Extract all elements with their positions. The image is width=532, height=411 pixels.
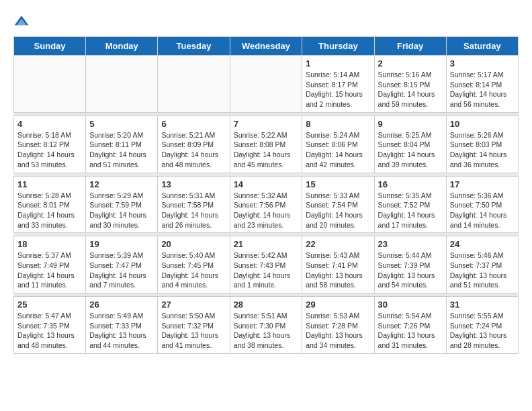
calendar-cell: 20Sunrise: 5:40 AM Sunset: 7:45 PM Dayli… <box>158 236 230 293</box>
day-number: 17 <box>450 179 515 189</box>
calendar-cell: 6Sunrise: 5:21 AM Sunset: 8:09 PM Daylig… <box>158 116 230 173</box>
weekday-header-sunday: Sunday <box>14 37 86 56</box>
calendar-cell <box>158 56 230 113</box>
weekday-header-tuesday: Tuesday <box>158 37 230 56</box>
day-number: 29 <box>306 300 370 310</box>
day-info: Sunrise: 5:47 AM Sunset: 7:35 PM Dayligh… <box>17 311 82 351</box>
day-info: Sunrise: 5:21 AM Sunset: 8:09 PM Dayligh… <box>161 130 226 170</box>
day-info: Sunrise: 5:37 AM Sunset: 7:49 PM Dayligh… <box>17 250 82 290</box>
day-info: Sunrise: 5:18 AM Sunset: 8:12 PM Dayligh… <box>17 130 82 170</box>
day-number: 22 <box>306 239 370 249</box>
calendar-cell: 5Sunrise: 5:20 AM Sunset: 8:11 PM Daylig… <box>86 116 158 173</box>
calendar-cell: 14Sunrise: 5:32 AM Sunset: 7:56 PM Dayli… <box>230 176 302 233</box>
calendar-cell: 8Sunrise: 5:24 AM Sunset: 8:06 PM Daylig… <box>302 116 374 173</box>
weekday-header-wednesday: Wednesday <box>230 37 302 56</box>
day-info: Sunrise: 5:20 AM Sunset: 8:11 PM Dayligh… <box>89 130 154 170</box>
day-number: 18 <box>17 239 82 249</box>
calendar-cell: 12Sunrise: 5:29 AM Sunset: 7:59 PM Dayli… <box>86 176 158 233</box>
calendar-cell: 22Sunrise: 5:43 AM Sunset: 7:41 PM Dayli… <box>302 236 374 293</box>
day-number: 25 <box>17 300 82 310</box>
day-number: 7 <box>234 119 299 129</box>
calendar-week-row: 18Sunrise: 5:37 AM Sunset: 7:49 PM Dayli… <box>14 236 519 293</box>
calendar-cell: 19Sunrise: 5:39 AM Sunset: 7:47 PM Dayli… <box>86 236 158 293</box>
day-number: 15 <box>306 179 370 189</box>
day-number: 20 <box>161 239 226 249</box>
calendar-cell: 15Sunrise: 5:33 AM Sunset: 7:54 PM Dayli… <box>302 176 374 233</box>
day-info: Sunrise: 5:32 AM Sunset: 7:56 PM Dayligh… <box>234 191 299 230</box>
day-number: 4 <box>17 119 82 129</box>
day-number: 27 <box>161 300 226 310</box>
day-info: Sunrise: 5:39 AM Sunset: 7:47 PM Dayligh… <box>89 250 154 290</box>
day-number: 30 <box>378 300 443 310</box>
calendar-cell: 13Sunrise: 5:31 AM Sunset: 7:58 PM Dayli… <box>158 176 230 233</box>
calendar-week-row: 11Sunrise: 5:28 AM Sunset: 8:01 PM Dayli… <box>14 176 519 233</box>
day-number: 28 <box>234 300 299 310</box>
calendar-cell: 28Sunrise: 5:51 AM Sunset: 7:30 PM Dayli… <box>230 297 302 354</box>
day-info: Sunrise: 5:24 AM Sunset: 8:06 PM Dayligh… <box>306 130 370 170</box>
day-number: 26 <box>89 300 154 310</box>
weekday-header-thursday: Thursday <box>302 37 374 56</box>
calendar-cell <box>86 56 158 113</box>
calendar-cell: 3Sunrise: 5:17 AM Sunset: 8:14 PM Daylig… <box>446 56 518 113</box>
calendar-cell <box>230 56 302 113</box>
calendar-cell: 27Sunrise: 5:50 AM Sunset: 7:32 PM Dayli… <box>158 297 230 354</box>
day-info: Sunrise: 5:29 AM Sunset: 7:59 PM Dayligh… <box>89 191 154 230</box>
day-info: Sunrise: 5:53 AM Sunset: 7:28 PM Dayligh… <box>306 311 370 351</box>
weekday-header-saturday: Saturday <box>446 37 518 56</box>
day-info: Sunrise: 5:55 AM Sunset: 7:24 PM Dayligh… <box>450 311 515 351</box>
day-number: 13 <box>161 179 226 189</box>
day-number: 19 <box>89 239 154 249</box>
day-number: 16 <box>378 179 443 189</box>
day-number: 3 <box>450 58 515 68</box>
calendar-cell: 7Sunrise: 5:22 AM Sunset: 8:08 PM Daylig… <box>230 116 302 173</box>
calendar-cell: 21Sunrise: 5:42 AM Sunset: 7:43 PM Dayli… <box>230 236 302 293</box>
day-info: Sunrise: 5:50 AM Sunset: 7:32 PM Dayligh… <box>161 311 226 351</box>
calendar-cell: 16Sunrise: 5:35 AM Sunset: 7:52 PM Dayli… <box>374 176 446 233</box>
day-info: Sunrise: 5:31 AM Sunset: 7:58 PM Dayligh… <box>161 191 226 230</box>
calendar-cell: 17Sunrise: 5:36 AM Sunset: 7:50 PM Dayli… <box>446 176 518 233</box>
calendar-week-row: 25Sunrise: 5:47 AM Sunset: 7:35 PM Dayli… <box>14 297 519 354</box>
day-info: Sunrise: 5:43 AM Sunset: 7:41 PM Dayligh… <box>306 250 370 290</box>
day-number: 14 <box>234 179 299 189</box>
calendar-cell: 11Sunrise: 5:28 AM Sunset: 8:01 PM Dayli… <box>14 176 86 233</box>
weekday-header-monday: Monday <box>86 37 158 56</box>
day-info: Sunrise: 5:33 AM Sunset: 7:54 PM Dayligh… <box>306 191 370 230</box>
calendar-header-row: SundayMondayTuesdayWednesdayThursdayFrid… <box>14 37 519 56</box>
calendar-cell: 31Sunrise: 5:55 AM Sunset: 7:24 PM Dayli… <box>446 297 518 354</box>
weekday-header-friday: Friday <box>374 37 446 56</box>
calendar-cell: 24Sunrise: 5:46 AM Sunset: 7:37 PM Dayli… <box>446 236 518 293</box>
day-number: 11 <box>17 179 82 189</box>
day-info: Sunrise: 5:16 AM Sunset: 8:15 PM Dayligh… <box>378 70 443 109</box>
day-info: Sunrise: 5:28 AM Sunset: 8:01 PM Dayligh… <box>17 191 82 230</box>
day-number: 2 <box>378 58 443 68</box>
calendar-cell: 26Sunrise: 5:49 AM Sunset: 7:33 PM Dayli… <box>86 297 158 354</box>
page-header <box>13 13 519 30</box>
calendar-week-row: 1Sunrise: 5:14 AM Sunset: 8:17 PM Daylig… <box>14 56 519 113</box>
day-number: 5 <box>89 119 154 129</box>
calendar-cell: 9Sunrise: 5:25 AM Sunset: 8:04 PM Daylig… <box>374 116 446 173</box>
day-info: Sunrise: 5:36 AM Sunset: 7:50 PM Dayligh… <box>450 191 515 230</box>
day-number: 24 <box>450 239 515 249</box>
day-number: 31 <box>450 300 515 310</box>
calendar-cell: 23Sunrise: 5:44 AM Sunset: 7:39 PM Dayli… <box>374 236 446 293</box>
day-info: Sunrise: 5:25 AM Sunset: 8:04 PM Dayligh… <box>378 130 443 170</box>
calendar-cell: 18Sunrise: 5:37 AM Sunset: 7:49 PM Dayli… <box>14 236 86 293</box>
day-info: Sunrise: 5:51 AM Sunset: 7:30 PM Dayligh… <box>234 311 299 351</box>
day-info: Sunrise: 5:35 AM Sunset: 7:52 PM Dayligh… <box>378 191 443 230</box>
day-number: 9 <box>378 119 443 129</box>
day-info: Sunrise: 5:14 AM Sunset: 8:17 PM Dayligh… <box>306 70 370 109</box>
day-number: 21 <box>234 239 299 249</box>
day-info: Sunrise: 5:26 AM Sunset: 8:03 PM Dayligh… <box>450 130 515 170</box>
day-number: 1 <box>306 58 370 68</box>
day-info: Sunrise: 5:44 AM Sunset: 7:39 PM Dayligh… <box>378 250 443 290</box>
calendar-week-row: 4Sunrise: 5:18 AM Sunset: 8:12 PM Daylig… <box>14 116 519 173</box>
day-number: 6 <box>161 119 226 129</box>
logo-icon <box>13 13 30 30</box>
calendar-cell: 2Sunrise: 5:16 AM Sunset: 8:15 PM Daylig… <box>374 56 446 113</box>
calendar-cell: 4Sunrise: 5:18 AM Sunset: 8:12 PM Daylig… <box>14 116 86 173</box>
day-info: Sunrise: 5:40 AM Sunset: 7:45 PM Dayligh… <box>161 250 226 290</box>
day-info: Sunrise: 5:49 AM Sunset: 7:33 PM Dayligh… <box>89 311 154 351</box>
day-number: 23 <box>378 239 443 249</box>
calendar-cell: 30Sunrise: 5:54 AM Sunset: 7:26 PM Dayli… <box>374 297 446 354</box>
day-info: Sunrise: 5:46 AM Sunset: 7:37 PM Dayligh… <box>450 250 515 290</box>
